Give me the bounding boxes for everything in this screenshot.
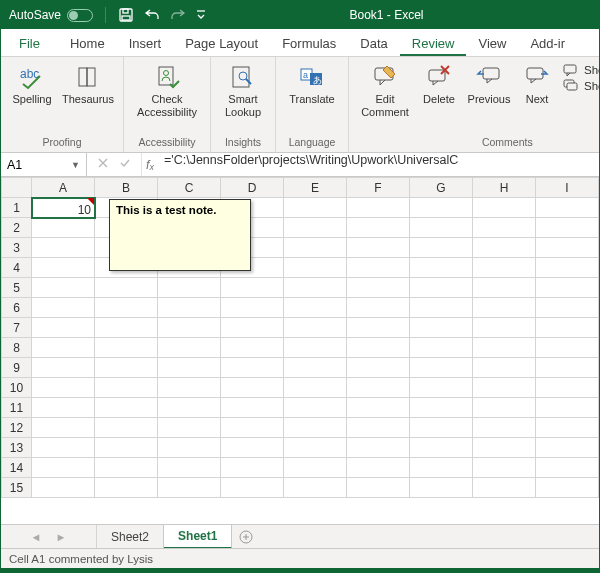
cell[interactable] bbox=[95, 298, 158, 318]
cell[interactable] bbox=[473, 438, 536, 458]
delete-comment-button[interactable]: Delete bbox=[417, 61, 461, 108]
cell[interactable] bbox=[32, 438, 95, 458]
cell[interactable] bbox=[221, 378, 284, 398]
smart-lookup-button[interactable]: Smart Lookup bbox=[217, 61, 269, 120]
cell[interactable] bbox=[95, 338, 158, 358]
cell[interactable] bbox=[284, 398, 347, 418]
row-header[interactable]: 10 bbox=[2, 378, 32, 398]
cell[interactable] bbox=[473, 378, 536, 398]
cell[interactable] bbox=[410, 278, 473, 298]
cell[interactable] bbox=[284, 478, 347, 498]
cell[interactable] bbox=[158, 358, 221, 378]
cancel-formula-icon[interactable] bbox=[97, 157, 109, 172]
cell[interactable] bbox=[284, 278, 347, 298]
cell[interactable] bbox=[473, 318, 536, 338]
tab-addins[interactable]: Add-ir bbox=[518, 30, 577, 56]
enter-formula-icon[interactable] bbox=[119, 157, 131, 172]
sheet-nav-prev-icon[interactable]: ◄ bbox=[31, 531, 42, 543]
cell[interactable] bbox=[473, 298, 536, 318]
cell[interactable] bbox=[473, 278, 536, 298]
cell[interactable] bbox=[32, 318, 95, 338]
check-accessibility-button[interactable]: Check Accessibility bbox=[130, 61, 204, 120]
cell[interactable] bbox=[410, 318, 473, 338]
cell[interactable] bbox=[284, 458, 347, 478]
cell[interactable] bbox=[347, 378, 410, 398]
cell[interactable] bbox=[221, 338, 284, 358]
cell[interactable] bbox=[221, 318, 284, 338]
cell[interactable] bbox=[536, 218, 599, 238]
cell[interactable] bbox=[158, 398, 221, 418]
cell[interactable] bbox=[95, 318, 158, 338]
translate-button[interactable]: aあ Translate bbox=[282, 61, 342, 108]
worksheet-grid[interactable]: ABCDEFGHI11023456789101112131415 This is… bbox=[1, 177, 599, 524]
spelling-button[interactable]: abc Spelling bbox=[7, 61, 57, 108]
cell[interactable] bbox=[284, 378, 347, 398]
cell[interactable] bbox=[473, 398, 536, 418]
column-header[interactable]: E bbox=[284, 178, 347, 198]
cell[interactable] bbox=[95, 418, 158, 438]
cell[interactable] bbox=[32, 338, 95, 358]
cell[interactable] bbox=[284, 338, 347, 358]
cell[interactable] bbox=[95, 378, 158, 398]
cell[interactable] bbox=[410, 258, 473, 278]
cell[interactable] bbox=[32, 398, 95, 418]
cell[interactable] bbox=[473, 418, 536, 438]
cell[interactable] bbox=[536, 378, 599, 398]
cell[interactable] bbox=[95, 398, 158, 418]
cell[interactable] bbox=[347, 198, 410, 218]
cell[interactable] bbox=[473, 478, 536, 498]
cell[interactable] bbox=[32, 358, 95, 378]
cell[interactable] bbox=[95, 458, 158, 478]
cell[interactable] bbox=[221, 438, 284, 458]
cell[interactable] bbox=[536, 278, 599, 298]
cell[interactable] bbox=[32, 258, 95, 278]
cell[interactable] bbox=[158, 418, 221, 438]
formula-input[interactable]: ='C:\JennsFolder\projects\Writing\Upwork… bbox=[158, 153, 599, 176]
tab-review[interactable]: Review bbox=[400, 30, 467, 56]
edit-comment-button[interactable]: Edit Comment bbox=[355, 61, 415, 120]
select-all-corner[interactable] bbox=[2, 178, 32, 198]
cell[interactable] bbox=[536, 358, 599, 378]
cell[interactable] bbox=[536, 458, 599, 478]
cell[interactable] bbox=[158, 278, 221, 298]
row-header[interactable]: 1 bbox=[2, 198, 32, 218]
cell[interactable] bbox=[347, 318, 410, 338]
tab-insert[interactable]: Insert bbox=[117, 30, 174, 56]
cell[interactable] bbox=[158, 478, 221, 498]
cell[interactable] bbox=[473, 238, 536, 258]
row-header[interactable]: 3 bbox=[2, 238, 32, 258]
cell[interactable] bbox=[347, 358, 410, 378]
undo-icon[interactable] bbox=[144, 7, 160, 23]
column-header[interactable]: B bbox=[95, 178, 158, 198]
cell[interactable] bbox=[32, 418, 95, 438]
cell[interactable] bbox=[473, 338, 536, 358]
cell[interactable] bbox=[158, 458, 221, 478]
cell[interactable] bbox=[473, 458, 536, 478]
cell[interactable] bbox=[473, 358, 536, 378]
cell[interactable] bbox=[221, 278, 284, 298]
cell[interactable] bbox=[221, 358, 284, 378]
cell[interactable] bbox=[221, 478, 284, 498]
previous-comment-button[interactable]: Previous bbox=[463, 61, 515, 108]
tab-view[interactable]: View bbox=[466, 30, 518, 56]
autosave-toggle[interactable]: AutoSave bbox=[1, 8, 101, 22]
sheet-tab-sheet2[interactable]: Sheet2 bbox=[97, 525, 164, 548]
cell[interactable] bbox=[347, 278, 410, 298]
cell[interactable] bbox=[347, 418, 410, 438]
cell[interactable] bbox=[32, 298, 95, 318]
column-header[interactable]: A bbox=[32, 178, 95, 198]
cell[interactable] bbox=[95, 278, 158, 298]
cell[interactable] bbox=[32, 218, 95, 238]
cell[interactable] bbox=[410, 358, 473, 378]
cell[interactable] bbox=[536, 318, 599, 338]
cell[interactable] bbox=[284, 358, 347, 378]
sheet-nav-next-icon[interactable]: ► bbox=[56, 531, 67, 543]
cell[interactable] bbox=[536, 198, 599, 218]
show-all-comments-button[interactable]: Show All Com bbox=[563, 79, 600, 93]
row-header[interactable]: 5 bbox=[2, 278, 32, 298]
cell[interactable] bbox=[95, 478, 158, 498]
column-header[interactable]: F bbox=[347, 178, 410, 198]
cell[interactable] bbox=[284, 438, 347, 458]
cell[interactable] bbox=[95, 358, 158, 378]
cell[interactable] bbox=[410, 458, 473, 478]
